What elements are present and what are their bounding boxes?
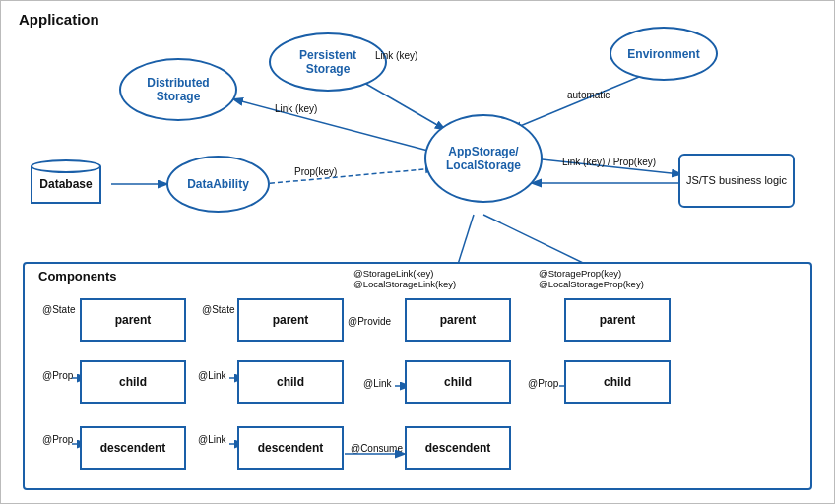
group2-child: child — [237, 360, 344, 404]
group3-parent: parent — [405, 298, 511, 342]
environment-node: Environment — [610, 27, 718, 81]
desc-cross-arrow — [345, 446, 409, 462]
js-ts-node: JS/TS business logic — [678, 154, 795, 208]
group2-desc-anno: @Link — [198, 434, 226, 445]
link-key-prop-key-label: Link (key) / Prop(key) — [562, 157, 656, 167]
diagram-container: Application — [0, 0, 835, 504]
group2-descendent: descendent — [237, 426, 344, 470]
automatic-label: automatic — [567, 90, 610, 100]
group1-child-anno: @Prop — [42, 370, 73, 381]
group1-parent-anno: @State — [42, 304, 76, 315]
distributed-storage-node: Distributed Storage — [119, 58, 237, 121]
cylinder-top — [31, 159, 101, 173]
group3-descendent: descendent — [405, 426, 511, 470]
appstorage-node: AppStorage/ LocalStorage — [424, 114, 543, 203]
group4-prop-anno: @Prop — [528, 378, 558, 389]
database-node: Database — [31, 159, 101, 204]
group2-parent: parent — [237, 298, 344, 342]
svg-line-6 — [262, 168, 434, 184]
group3-link-anno: @Link — [363, 378, 392, 389]
persistent-storage-node: Persistent Storage — [269, 32, 387, 92]
components-label: Components — [38, 269, 116, 284]
group1-child: child — [80, 360, 186, 404]
group4-storage-anno: @StorageProp(key)@LocalStorageProp(key) — [539, 268, 644, 289]
app-label: Application — [19, 11, 99, 28]
dataability-node: DataAbility — [166, 156, 270, 213]
link-key-distributed-label: Link (key) — [275, 103, 317, 114]
prop-key-label: Prop(key) — [294, 166, 337, 177]
group1-descendent: descendent — [80, 426, 186, 470]
group3-child: child — [405, 360, 511, 404]
group4-child: child — [564, 360, 671, 404]
group1-parent: parent — [80, 298, 186, 342]
svg-line-1 — [234, 99, 439, 154]
link-key-persistent-label: Link (key) — [375, 50, 418, 61]
group1-desc-anno: @Prop — [42, 434, 73, 445]
group2-parent-anno: @State — [202, 304, 235, 315]
group2-child-anno: @Link — [198, 370, 226, 381]
svg-line-2 — [513, 72, 651, 129]
group4-parent: parent — [564, 298, 671, 342]
group3-provide-anno: @Provide — [348, 316, 391, 327]
group3-storage-anno: @StorageLink(key)@LocalStorageLink(key) — [353, 268, 456, 289]
